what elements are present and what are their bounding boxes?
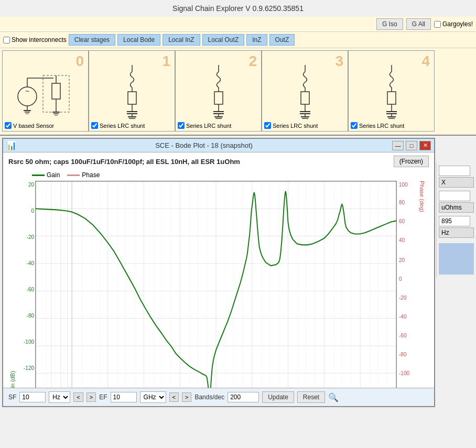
minimize-button[interactable]: — (392, 141, 404, 150)
stage-4-label: Series LRC shunt (351, 122, 404, 129)
x-input[interactable] (439, 166, 470, 176)
g-iso-button[interactable]: G Iso (376, 18, 403, 30)
stage-1-label-text: Series LRC shunt (100, 123, 145, 129)
phase-label: Phase (82, 171, 100, 179)
local-inz-button[interactable]: Local InZ (163, 34, 200, 46)
stage-1-checkbox[interactable] (91, 122, 98, 129)
stage-2-label-text: Series LRC shunt (186, 123, 231, 129)
y-label-right-60: 60 (399, 218, 405, 224)
ef-label: EF (99, 394, 107, 401)
stage-3-label: Series LRC shunt (264, 122, 318, 129)
y-label-left-20: 20 (28, 182, 34, 188)
y-axis-left-title: Gain (dB) (8, 181, 17, 396)
uohms-input[interactable] (439, 191, 470, 201)
bode-icon: 📊 (6, 140, 17, 150)
gargoyles-text: Gargoyles! (442, 20, 473, 28)
top-bar: G Iso G All Gargoyles! (0, 17, 476, 32)
hz-row: Hz (439, 216, 474, 238)
stage-0-label-text: V based Sensor (13, 123, 54, 129)
controls-row: Show interconnects Clear stages Local Bo… (0, 32, 476, 48)
y-label-right-0: 0 (399, 276, 402, 282)
stage-4-schematic (360, 62, 423, 120)
frozen-button[interactable]: (Frozen) (394, 156, 429, 167)
y-label-right-100: 100 (399, 182, 408, 188)
x-row: X (439, 166, 474, 188)
svg-rect-10 (52, 83, 60, 99)
local-outz-button[interactable]: Local OutZ (202, 34, 245, 46)
y-label-left--120: -120 (24, 365, 34, 371)
bode-subtitle-row: Rsrc 50 ohm; caps 100uF/1uF/10nF/100pf; … (3, 152, 434, 170)
y-labels-left: 20 0 -20 -40 -60 -80 -100 -120 (17, 181, 35, 385)
svg-rect-17 (128, 92, 136, 104)
y-label-right--80: -80 (399, 352, 406, 357)
stage-2: 2 Series LRC shunt (175, 50, 262, 132)
show-interconnects-text: Show interconnects (12, 36, 67, 43)
bands-input[interactable] (228, 392, 259, 402)
legend: Gain Phase (3, 170, 434, 179)
ef-unit-select[interactable]: GHz (140, 391, 166, 403)
stage-2-checkbox[interactable] (178, 122, 185, 129)
y-label-right-80: 80 (399, 200, 405, 205)
title-text: Signal Chain Explorer V 0.9.6250.35851 (172, 4, 304, 13)
sf-input[interactable] (19, 392, 46, 402)
sf-unit-select[interactable]: Hz (49, 391, 70, 403)
y-label-left--80: -80 (27, 313, 34, 319)
g-all-button[interactable]: G All (406, 18, 431, 30)
bands-label: Bands/dec (194, 394, 224, 401)
ef-down-button[interactable]: < (169, 392, 179, 402)
stage-0-label: V based Sensor (5, 122, 54, 129)
phase-line-icon (67, 174, 80, 176)
stage-3: 3 Series LRC shunt (262, 50, 348, 132)
svg-rect-27 (214, 92, 223, 104)
y-label-right--40: -40 (399, 314, 406, 320)
stage-3-number: 3 (335, 53, 343, 70)
svg-rect-47 (387, 92, 396, 104)
x-label: X (439, 177, 474, 188)
inz-button[interactable]: InZ (246, 34, 267, 46)
stage-1-label: Series LRC shunt (91, 122, 145, 129)
y-label-right-20: 20 (399, 257, 405, 263)
sf-down-button[interactable]: < (73, 392, 83, 402)
sf-label: SF (8, 394, 16, 401)
stage-3-label-text: Series LRC shunt (273, 123, 318, 129)
reset-button[interactable]: Reset (297, 391, 325, 403)
bode-window: 📊 SCE - Bode Plot - 18 (snapshot) — □ ✕ … (2, 138, 435, 407)
bode-subtitle-text: Rsrc 50 ohm; caps 100uF/1uF/10nF/100pf; … (8, 158, 240, 166)
stage-0-checkbox[interactable] (5, 122, 12, 129)
stage-4-checkbox[interactable] (351, 122, 358, 129)
y-label-left--60: -60 (27, 287, 34, 292)
svg-rect-37 (301, 92, 309, 104)
show-interconnects-checkbox[interactable] (3, 37, 10, 43)
legend-phase: Phase (67, 171, 100, 179)
bode-titlebar: 📊 SCE - Bode Plot - 18 (snapshot) — □ ✕ (3, 139, 434, 152)
gain-line-icon (32, 174, 45, 176)
clear-stages-button[interactable]: Clear stages (69, 34, 115, 46)
y-label-left-0: 0 (31, 208, 34, 214)
update-button[interactable]: Update (262, 391, 294, 403)
stage-1-schematic (101, 62, 164, 120)
outz-button[interactable]: OutZ (269, 34, 295, 46)
stage-3-schematic (274, 62, 337, 120)
hz-input[interactable] (439, 216, 470, 226)
plot-area: Gain (dB) 20 0 -20 -40 -60 -80 -100 -120 (8, 181, 429, 396)
maximize-button[interactable]: □ (406, 141, 417, 150)
sf-up-button[interactable]: > (86, 392, 96, 402)
uohms-label: uOhms (439, 202, 474, 213)
search-icon[interactable]: 🔍 (328, 392, 339, 402)
show-interconnects-label: Show interconnects (3, 36, 67, 43)
right-panel-display (439, 243, 474, 275)
stage-0: 0 ~ V based Sensor (2, 50, 89, 132)
local-bode-button[interactable]: Local Bode (117, 34, 160, 46)
y-label-right-40: 40 (399, 237, 405, 243)
y-label-right--60: -60 (399, 333, 406, 338)
gain-label: Gain (47, 171, 60, 179)
ef-input[interactable] (111, 392, 137, 402)
gargoyles-checkbox[interactable] (434, 21, 441, 28)
stage-3-checkbox[interactable] (264, 122, 271, 129)
bode-title-text: SCE - Bode Plot - 18 (snapshot) (17, 141, 391, 149)
close-button[interactable]: ✕ (419, 141, 431, 150)
y-label-left--40: -40 (27, 260, 34, 266)
ef-up-button[interactable]: > (182, 392, 191, 402)
stage-2-label: Series LRC shunt (178, 122, 231, 129)
hz-label: Hz (439, 227, 474, 238)
